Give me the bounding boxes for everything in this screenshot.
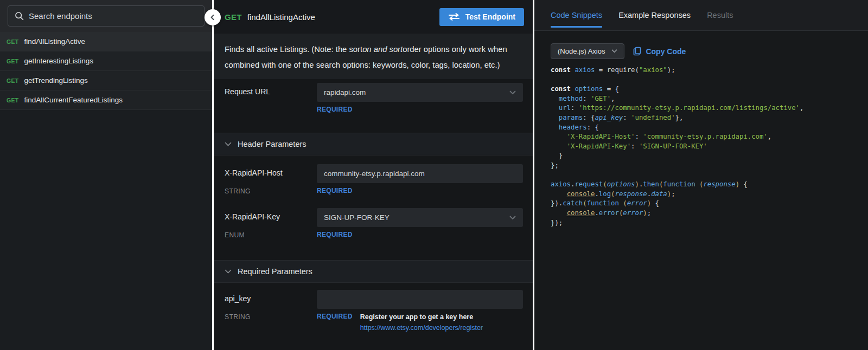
request-url-dropdown[interactable]: rapidapi.com [317,83,523,102]
sidebar-item-getTrendingListings[interactable]: GET getTrendingListings [0,71,212,90]
code-line: url: 'https://community-etsy.p.rapidapi.… [551,103,868,113]
code-line: headers: { [551,123,868,133]
endpoint-detail-panel: GET findAllListingActive Test Endpoint F… [214,0,533,350]
test-endpoint-label: Test Endpoint [465,12,515,21]
search-endpoints-box[interactable] [8,5,205,27]
required-parameters-section[interactable]: Required Parameters [214,260,533,283]
code-line: }).catch(function (error) { [551,199,868,209]
api-key-block: api_key STRING REQUIRED Register your ap… [214,283,533,350]
endpoints-sidebar: GET findAllListingActive GET getInterest… [0,0,212,350]
copy-code-button[interactable]: Copy Code [633,47,686,56]
method-badge: GET [7,58,19,64]
request-url-block: Request URL rapidapi.com REQUIRED [214,79,533,133]
key-dropdown[interactable]: SIGN-UP-FOR-KEY [317,208,523,227]
chevron-down-icon [611,49,617,53]
panel-divider [212,0,214,350]
code-line: 'X-RapidAPI-Key': 'SIGN-UP-FOR-KEY' [551,142,868,152]
method-badge: GET [7,77,19,84]
search-icon [15,11,24,21]
code-panel-tabs: Code Snippets Example Responses Results [534,0,868,31]
code-line: axios.request(options).then(function (re… [551,180,868,190]
sidebar-item-findAllListingActive[interactable]: GET findAllListingActive [0,32,212,51]
chevron-down-icon [225,142,232,147]
code-block: const axios = require("axios"); const op… [551,66,868,228]
api-key-help-text: Register your app to get a key here [360,313,473,321]
code-line: console.error(error); [551,209,868,218]
code-line: params: {api_key: 'undefined'}, [551,113,868,123]
code-panel: Code Snippets Example Responses Results … [534,0,868,350]
method-badge: GET [7,97,19,103]
sidebar-item-findAllCurrentFeaturedListings[interactable]: GET findAllCurrentFeaturedListings [0,90,212,110]
code-line: 'X-RapidAPI-Host': 'community-etsy.p.rap… [551,132,868,142]
endpoint-name-label: findAllListingActive [247,12,315,22]
endpoint-title: GET findAllListingActive [225,12,315,22]
code-line: console.log(response.data); [551,190,868,199]
transfer-arrows-icon [448,13,460,21]
code-line [551,171,868,180]
endpoint-header: GET findAllListingActive Test Endpoint [214,0,533,34]
host-input[interactable] [324,170,516,178]
copy-icon [633,47,641,56]
description-text: Finds all active Listings. (Note: the so… [225,45,362,54]
api-key-register-link[interactable]: https://www.etsy.com/developers/register [360,323,483,333]
x-rapidapi-key-block: X-RapidAPI-Key ENUM SIGN-UP-FOR-KEY REQU… [214,208,533,260]
endpoint-name: getInterestingListings [24,57,94,65]
copy-code-label: Copy Code [646,47,686,56]
language-dropdown[interactable]: (Node.js) Axios [551,43,624,59]
endpoint-name: getTrendingListings [24,76,88,85]
chevron-down-icon [509,90,516,95]
tab-results[interactable]: Results [707,0,733,30]
api-key-type-label: STRING [225,313,317,321]
required-badge: REQUIRED [317,106,353,113]
code-line: method: 'GET', [551,94,868,104]
method-badge: GET [7,38,19,45]
endpoint-name: findAllListingActive [24,37,86,46]
key-label: X-RapidAPI-Key [225,208,317,221]
x-rapidapi-host-block: X-RapidAPI-Host STRING REQUIRED [214,155,533,208]
chevron-left-icon [209,14,216,21]
tab-example-responses[interactable]: Example Responses [618,0,691,30]
chevron-down-icon [509,216,516,220]
code-line: const axios = require("axios"); [551,66,868,75]
panel-divider [533,0,534,350]
request-url-label: Request URL [225,83,317,96]
description-italic-text: on and sort [362,45,403,54]
collapse-sidebar-button[interactable] [205,9,221,25]
required-badge: REQUIRED [317,231,353,238]
api-key-input-box [317,290,523,309]
endpoint-name: findAllCurrentFeaturedListings [24,96,123,104]
tab-code-snippets[interactable]: Code Snippets [551,0,602,30]
code-line: }; [551,161,868,171]
code-toolbar: (Node.js) Axios Copy Code [551,43,868,59]
language-value: (Node.js) Axios [558,47,605,55]
required-badge: REQUIRED [317,187,353,195]
host-label: X-RapidAPI-Host [225,164,317,177]
code-line: }); [551,218,868,228]
code-line: const options = { [551,85,868,94]
sidebar-item-getInterestingListings[interactable]: GET getInterestingListings [0,51,212,71]
section-title: Header Parameters [238,140,307,148]
code-line: } [551,151,868,161]
api-key-help: Register your app to get a key here http… [360,313,483,333]
api-key-input[interactable] [324,295,516,303]
header-parameters-section[interactable]: Header Parameters [214,133,533,155]
key-type-label: ENUM [225,231,317,239]
chevron-down-icon [225,269,232,274]
host-input-box [317,164,523,183]
code-line [551,75,868,85]
search-endpoints-input[interactable] [29,11,197,21]
host-type-label: STRING [225,187,317,195]
request-url-value: rapidapi.com [324,88,366,96]
key-value: SIGN-UP-FOR-KEY [324,213,390,222]
api-key-label: api_key [225,290,317,303]
endpoint-method-label: GET [225,12,242,22]
app-root: GET findAllListingActive GET getInterest… [0,0,868,350]
test-endpoint-button[interactable]: Test Endpoint [439,8,524,26]
required-badge: REQUIRED [317,313,353,320]
endpoint-description: Finds all active Listings. (Note: the so… [214,34,533,79]
search-strip [0,0,212,32]
section-title: Required Parameters [238,267,312,276]
